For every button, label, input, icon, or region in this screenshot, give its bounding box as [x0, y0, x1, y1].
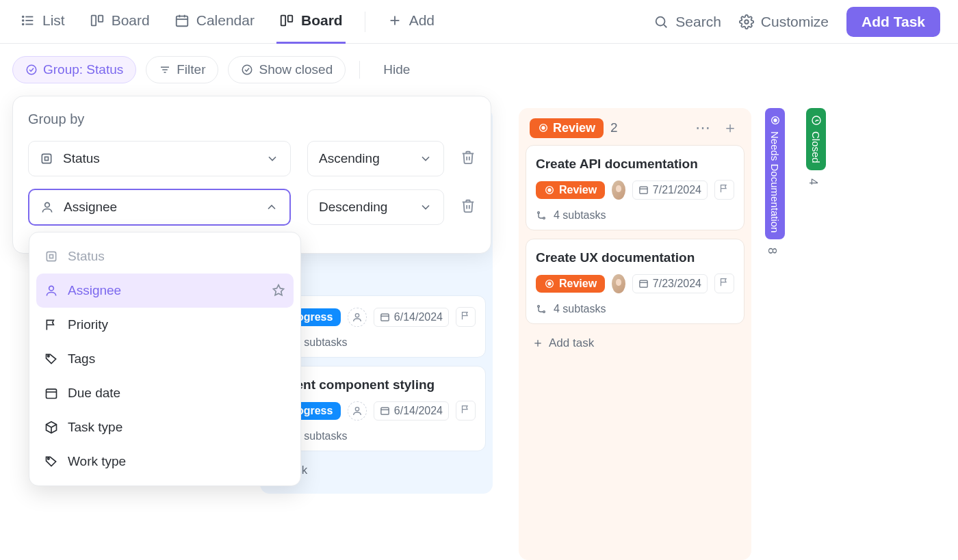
svg-rect-53: [42, 154, 51, 163]
due-date[interactable]: 7/21/2024: [632, 181, 708, 200]
calendar-icon: [638, 185, 649, 195]
svg-line-17: [664, 25, 666, 27]
tab-add-view[interactable]: Add: [385, 0, 437, 44]
svg-point-5: [23, 24, 24, 25]
dropdown-item-label: Assignee: [68, 283, 121, 298]
column-review: Review 2 ⋯ ＋ Create API documentation Re…: [519, 108, 751, 560]
task-card[interactable]: Create UX documentation Review 7/23/2024…: [526, 239, 745, 324]
svg-point-23: [243, 65, 253, 75]
status-chip-text: Review: [559, 278, 597, 290]
svg-rect-6: [91, 16, 95, 26]
group-pill[interactable]: Group: Status: [12, 56, 136, 83]
board-icon: [279, 13, 294, 28]
svg-point-19: [27, 65, 36, 75]
flag-icon: [719, 183, 729, 194]
search-icon: [653, 14, 669, 29]
show-closed-label: Show closed: [259, 62, 333, 77]
dropdown-item-label: Status: [68, 249, 105, 264]
subtask-icon: [536, 210, 547, 221]
status-chip: Review: [536, 181, 605, 199]
status-icon: [44, 250, 58, 263]
svg-point-43: [548, 282, 551, 285]
svg-rect-38: [640, 187, 647, 194]
svg-point-62: [48, 458, 50, 460]
add-task-label: Add task: [549, 336, 594, 350]
collapsed-column-chip[interactable]: Closed: [806, 108, 826, 170]
check-circle-icon: [241, 64, 253, 76]
calendar-icon: [44, 386, 58, 400]
group-by-field-select[interactable]: Assignee: [28, 189, 291, 226]
dropdown-item-label: Due date: [68, 386, 120, 401]
svg-point-40: [538, 212, 540, 214]
subtasks-text: 4 subtasks: [554, 303, 606, 315]
add-task-button-label: Add Task: [862, 14, 925, 29]
group-by-row: Status Ascending: [28, 141, 476, 176]
collapsed-column-chip[interactable]: Needs Documentation: [765, 108, 785, 239]
status-dot-icon: [544, 278, 555, 289]
trash-icon: [461, 150, 476, 165]
group-by-order-select[interactable]: Descending: [307, 189, 444, 225]
tab-board-2[interactable]: Board: [276, 0, 346, 44]
dropdown-item-task-type[interactable]: Task type: [36, 410, 294, 444]
tab-list[interactable]: List: [18, 0, 68, 44]
collapsed-column-count: 4: [806, 178, 820, 185]
svg-point-16: [656, 16, 665, 25]
subtasks-count[interactable]: 4 subtasks: [536, 209, 734, 222]
gear-icon: [739, 14, 754, 29]
due-date[interactable]: 7/23/2024: [632, 274, 708, 293]
svg-rect-44: [640, 280, 647, 287]
tab-board-1[interactable]: Board: [87, 0, 153, 44]
hide-button[interactable]: Hide: [374, 57, 419, 83]
plus-icon: [532, 338, 543, 349]
show-closed-pill[interactable]: Show closed: [228, 56, 346, 83]
search-button[interactable]: Search: [653, 14, 721, 30]
svg-point-58: [49, 286, 54, 291]
chevron-down-icon: [266, 152, 279, 165]
tab-board-1-label: Board: [112, 12, 150, 29]
view-tabs: List Board Calendar Board Add Search Cus…: [0, 0, 958, 44]
group-by-order-select[interactable]: Ascending: [307, 141, 444, 176]
priority-flag[interactable]: [714, 180, 734, 200]
dropdown-item-due-date[interactable]: Due date: [36, 376, 294, 410]
subtasks-count[interactable]: 4 subtasks: [536, 303, 734, 315]
dropdown-item-tags[interactable]: Tags: [36, 342, 294, 376]
column-more-icon[interactable]: ⋯: [692, 119, 713, 137]
svg-point-59: [48, 356, 50, 358]
clock-icon: [811, 115, 822, 126]
tag-icon: [44, 455, 58, 468]
avatar[interactable]: [612, 181, 625, 200]
dropdown-item-label: Task type: [68, 420, 122, 435]
task-card[interactable]: Create API documentation Review 7/21/202…: [526, 145, 745, 230]
tab-board-2-label: Board: [301, 12, 343, 29]
svg-rect-7: [99, 16, 103, 22]
dropdown-item-work-type[interactable]: Work type: [36, 444, 294, 479]
task-title: Create API documentation: [536, 157, 734, 172]
delete-group-button[interactable]: [461, 150, 488, 168]
column-add-icon[interactable]: ＋: [720, 118, 740, 138]
add-task-link[interactable]: Add task: [526, 332, 745, 354]
status-dot-icon: [544, 185, 555, 196]
delete-group-button[interactable]: [461, 198, 488, 216]
filter-icon: [159, 64, 171, 76]
flag-icon: [719, 277, 729, 287]
user-icon: [44, 284, 58, 297]
cube-icon: [44, 421, 58, 434]
dropdown-item-priority[interactable]: Priority: [36, 308, 294, 342]
tab-calendar-label: Calendar: [196, 12, 255, 29]
column-status-chip[interactable]: Review: [530, 118, 604, 138]
avatar[interactable]: [612, 274, 625, 293]
group-by-field-select[interactable]: Status: [28, 141, 291, 176]
collapsed-column-count: 8: [765, 248, 779, 254]
customize-button[interactable]: Customize: [739, 14, 829, 30]
tag-icon: [44, 352, 58, 366]
filter-pill[interactable]: Filter: [146, 56, 218, 83]
dropdown-item-label: Work type: [68, 454, 126, 469]
column-status-label: Review: [553, 121, 595, 135]
priority-flag[interactable]: [714, 274, 734, 293]
dropdown-item-assignee[interactable]: Assignee: [36, 274, 294, 308]
tab-calendar[interactable]: Calendar: [172, 0, 257, 44]
group-by-order-label: Descending: [319, 200, 387, 215]
add-task-button[interactable]: Add Task: [846, 7, 940, 37]
plus-icon: [387, 13, 402, 28]
dropdown-item-status[interactable]: Status: [36, 239, 294, 274]
